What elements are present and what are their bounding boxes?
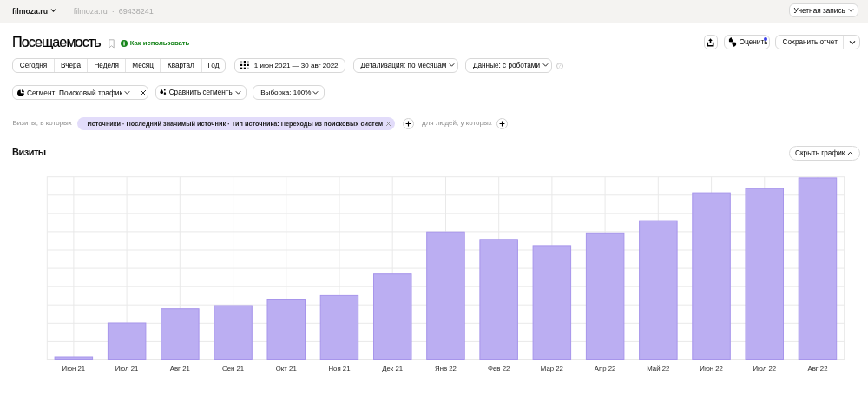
svg-text:Ноя 21: Ноя 21 bbox=[328, 365, 350, 372]
svg-text:Мар 22: Мар 22 bbox=[541, 365, 563, 372]
svg-text:Июн 22: Июн 22 bbox=[700, 365, 723, 372]
svg-text:Июн 21: Июн 21 bbox=[62, 365, 86, 372]
svg-text:Авг 21: Авг 21 bbox=[170, 365, 190, 372]
svg-text:Май 22: Май 22 bbox=[647, 365, 669, 372]
svg-text:Дек 21: Дек 21 bbox=[382, 365, 403, 372]
svg-text:Авг 22: Авг 22 bbox=[807, 365, 827, 372]
svg-text:Окт 21: Окт 21 bbox=[276, 365, 297, 372]
svg-text:Июл 22: Июл 22 bbox=[753, 365, 776, 372]
svg-text:Янв 22: Янв 22 bbox=[435, 365, 457, 372]
svg-text:Апр 22: Апр 22 bbox=[595, 365, 616, 372]
svg-text:Июл 21: Июл 21 bbox=[115, 365, 139, 372]
svg-text:Сен 21: Сен 21 bbox=[222, 365, 244, 372]
svg-text:Фев 22: Фев 22 bbox=[488, 365, 510, 372]
